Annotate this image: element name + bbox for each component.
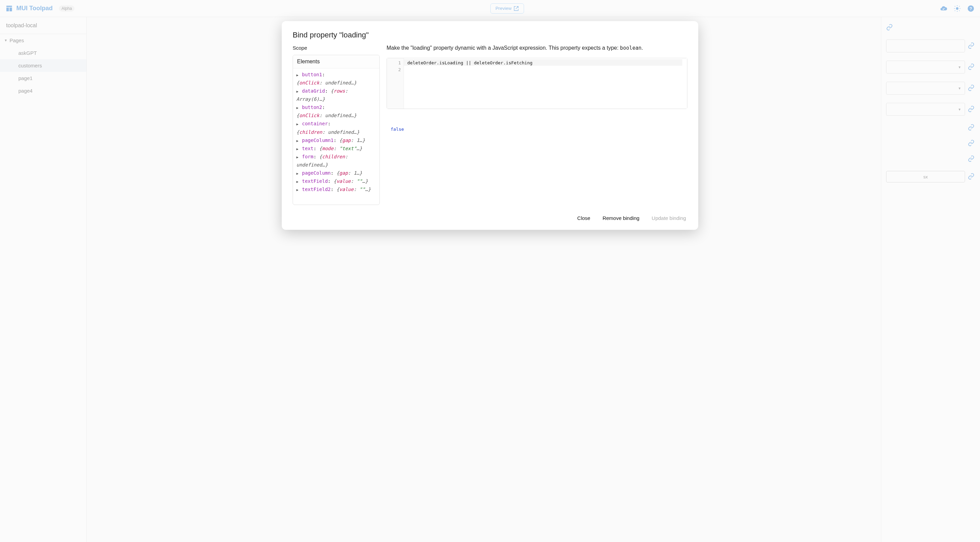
close-button[interactable]: Close bbox=[576, 213, 592, 223]
elements-header: Elements bbox=[293, 55, 379, 68]
scope-label: Scope bbox=[293, 45, 380, 51]
bind-property-dialog: Bind property "loading" Scope Elements ▶… bbox=[282, 21, 698, 230]
expression-result: false bbox=[387, 127, 687, 132]
scope-elements-card: Elements ▶ button1:{onClick: undefined…}… bbox=[293, 55, 380, 205]
expression-editor[interactable]: 1 2 deleteOrder.isLoading || deleteOrder… bbox=[387, 58, 687, 109]
expression-help: Make the "loading" property dynamic with… bbox=[387, 45, 687, 51]
modal-overlay: Bind property "loading" Scope Elements ▶… bbox=[0, 0, 980, 542]
editor-code: deleteOrder.isLoading || deleteOrder.isF… bbox=[407, 60, 684, 66]
dialog-title: Bind property "loading" bbox=[293, 31, 687, 40]
scope-tree[interactable]: ▶ button1:{onClick: undefined…}▶ dataGri… bbox=[293, 68, 379, 205]
editor-gutter: 1 2 bbox=[387, 58, 404, 108]
update-binding-button[interactable]: Update binding bbox=[650, 213, 687, 223]
remove-binding-button[interactable]: Remove binding bbox=[601, 213, 641, 223]
